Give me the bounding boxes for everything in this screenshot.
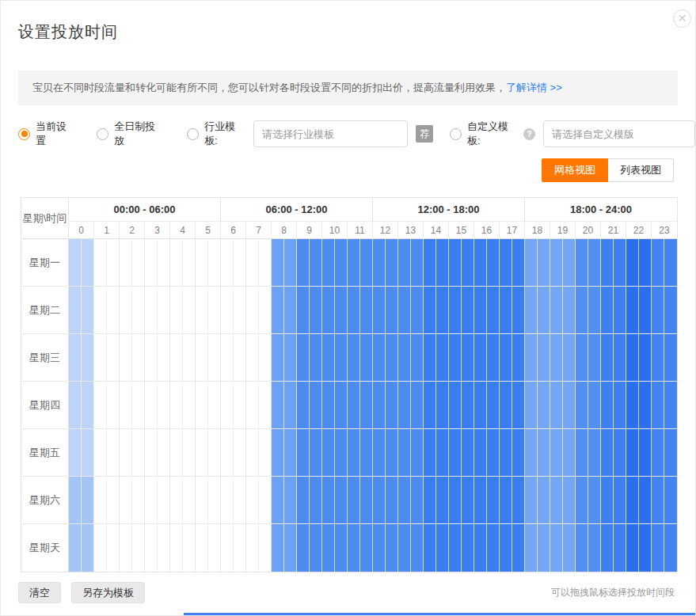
time-cell[interactable] [474,524,487,572]
time-cell[interactable] [234,477,246,524]
time-cell[interactable] [145,334,158,382]
time-cell[interactable] [462,287,474,334]
time-cell[interactable] [196,429,208,477]
time-cell[interactable] [310,477,322,524]
time-cell[interactable] [626,287,639,334]
time-cell[interactable] [310,239,322,287]
time-cell[interactable] [221,382,234,429]
time-cell[interactable] [259,239,272,287]
time-cell[interactable] [183,429,196,477]
time-cell[interactable] [322,287,335,334]
time-cell[interactable] [386,429,398,477]
time-cell[interactable] [259,524,272,572]
time-cell[interactable] [284,524,297,572]
time-cell[interactable] [436,287,449,334]
time-cell[interactable] [221,239,234,287]
time-cell[interactable] [158,287,170,334]
time-cell[interactable] [170,287,183,334]
time-cell[interactable] [386,382,398,429]
time-cell[interactable] [348,477,360,524]
time-cell[interactable] [132,382,145,429]
time-cell[interactable] [563,382,576,429]
time-cell[interactable] [120,287,132,334]
time-cell[interactable] [259,477,272,524]
time-cell[interactable] [373,477,386,524]
time-cell[interactable] [398,429,411,477]
time-cell[interactable] [639,239,652,287]
time-cell[interactable] [411,382,424,429]
time-cell[interactable] [246,334,259,382]
close-icon[interactable]: ✕ [673,10,691,28]
time-cell[interactable] [170,429,183,477]
time-cell[interactable] [322,524,335,572]
time-cell[interactable] [373,287,386,334]
time-cell[interactable] [601,429,614,477]
time-cell[interactable] [145,477,158,524]
industry-template-input[interactable] [253,120,408,147]
time-cell[interactable] [436,429,449,477]
time-cell[interactable] [398,239,411,287]
time-cell[interactable] [614,287,626,334]
time-cell[interactable] [563,429,576,477]
time-cell[interactable] [588,239,601,287]
time-cell[interactable] [360,334,373,382]
time-cell[interactable] [259,334,272,382]
time-cell[interactable] [94,382,107,429]
time-cell[interactable] [588,382,601,429]
time-cell[interactable] [576,524,588,572]
time-cell[interactable] [272,429,284,477]
time-cell[interactable] [550,477,563,524]
time-cell[interactable] [424,429,436,477]
time-cell[interactable] [626,429,639,477]
time-cell[interactable] [284,429,297,477]
time-cell[interactable] [652,239,664,287]
time-cell[interactable] [563,287,576,334]
time-cell[interactable] [639,334,652,382]
time-cell[interactable] [107,287,120,334]
radio-all-day[interactable]: 全日制投放 [97,120,164,148]
time-cell[interactable] [183,382,196,429]
time-cell[interactable] [145,524,158,572]
time-cell[interactable] [639,477,652,524]
time-cell[interactable] [373,429,386,477]
time-cell[interactable] [462,429,474,477]
time-cell[interactable] [550,429,563,477]
time-cell[interactable] [120,524,132,572]
time-cell[interactable] [322,334,335,382]
time-cell[interactable] [158,239,170,287]
time-cell[interactable] [297,382,310,429]
time-cell[interactable] [550,287,563,334]
time-cell[interactable] [487,334,500,382]
time-cell[interactable] [411,287,424,334]
time-cell[interactable] [525,429,538,477]
radio-icon-current[interactable] [18,128,30,140]
time-cell[interactable] [170,524,183,572]
time-cell[interactable] [284,477,297,524]
time-cell[interactable] [158,429,170,477]
time-cell[interactable] [500,287,512,334]
time-cell[interactable] [120,429,132,477]
time-cell[interactable] [145,382,158,429]
time-cell[interactable] [373,239,386,287]
time-cell[interactable] [82,287,94,334]
time-cell[interactable] [398,524,411,572]
time-cell[interactable] [664,429,677,477]
time-cell[interactable] [512,239,525,287]
time-cell[interactable] [196,239,208,287]
time-cell[interactable] [500,334,512,382]
time-cell[interactable] [411,239,424,287]
time-cell[interactable] [69,239,82,287]
time-cell[interactable] [550,334,563,382]
time-cell[interactable] [512,429,525,477]
time-cell[interactable] [335,239,348,287]
time-cell[interactable] [310,334,322,382]
time-cell[interactable] [107,382,120,429]
time-cell[interactable] [436,477,449,524]
time-cell[interactable] [360,524,373,572]
time-cell[interactable] [360,429,373,477]
time-cell[interactable] [335,382,348,429]
time-cell[interactable] [69,477,82,524]
time-cell[interactable] [170,334,183,382]
time-cell[interactable] [246,287,259,334]
time-cell[interactable] [297,334,310,382]
